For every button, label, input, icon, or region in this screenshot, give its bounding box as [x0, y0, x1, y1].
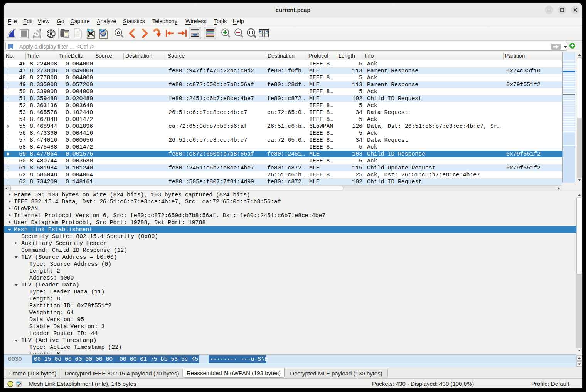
svg-text:0111: 0111: [76, 35, 80, 37]
svg-text:A: A: [116, 30, 120, 35]
